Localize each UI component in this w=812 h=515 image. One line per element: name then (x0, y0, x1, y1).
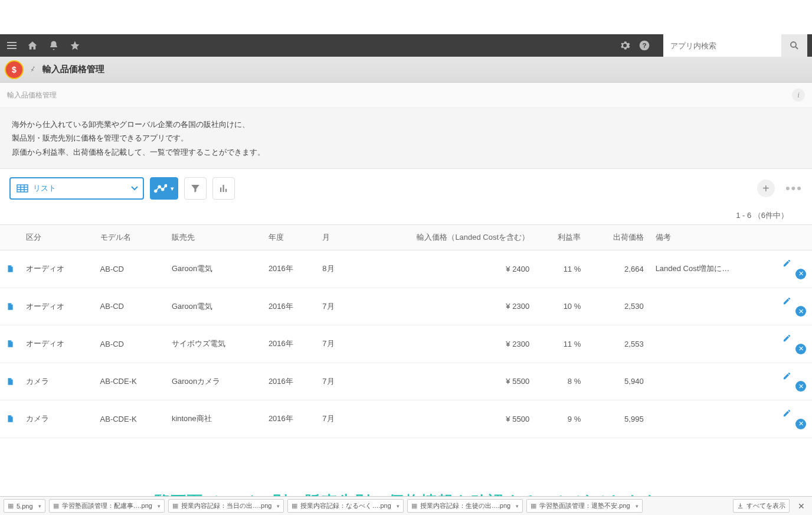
cell-month: 7月 (316, 288, 351, 325)
list-icon (17, 184, 28, 193)
cell-remarks (650, 325, 777, 363)
image-file-icon: ▦ (53, 502, 59, 510)
description-line: 海外から仕入れている卸売業やグローバル企業の各国の販社向けに、 (12, 118, 800, 131)
col-customer[interactable]: 販売先 (166, 225, 263, 250)
col-margin[interactable]: 利益率 (535, 225, 587, 250)
download-item[interactable]: ▦学習塾面談管理：配慮事….png▾ (49, 499, 165, 513)
app-description: 海外から仕入れている卸売業やグローバル企業の各国の販社向けに、 製品別・販売先別… (0, 108, 812, 169)
chevron-down-icon: ▾ (277, 503, 280, 509)
cell-model: AB-CDE-K (94, 363, 166, 400)
edit-icon[interactable] (782, 296, 806, 305)
cell-category: カメラ (20, 363, 94, 400)
table-row: カメラ AB-CDE-K Garoonカメラ 2016年 7月 ¥ 5500 8… (0, 363, 812, 400)
chevron-down-icon: ▾ (516, 503, 519, 509)
search-button[interactable] (781, 34, 807, 57)
view-selector[interactable]: リスト (9, 177, 144, 200)
download-icon (737, 503, 744, 509)
delete-icon[interactable]: ✕ (795, 381, 806, 392)
search-input[interactable] (663, 34, 781, 57)
col-import-price[interactable]: 輸入価格（Landed Costを含む） (352, 225, 535, 250)
chevron-down-icon: ▾ (636, 503, 639, 509)
download-filename: 授業内容記録：生徒の出….png (420, 501, 510, 510)
add-button[interactable]: + (757, 180, 775, 197)
svg-line-3 (795, 47, 798, 49)
cell-margin: 11 % (535, 250, 587, 288)
file-icon[interactable] (6, 414, 14, 423)
cell-ship-price: 5,940 (587, 363, 649, 400)
edit-icon[interactable] (782, 334, 806, 343)
pin-icon[interactable] (27, 63, 38, 76)
app-title: 輸入品価格管理 (42, 64, 104, 75)
file-icon[interactable] (6, 339, 14, 348)
app-header: $ 輸入品価格管理 (0, 57, 812, 83)
download-filename: 学習塾面談管理：退塾不安.png (539, 501, 630, 510)
cell-category: オーディオ (20, 325, 94, 363)
cell-category: オーディオ (20, 250, 94, 288)
cell-ship-price: 2,664 (587, 250, 649, 288)
filter-button[interactable] (184, 177, 207, 200)
cell-ship-price: 5,995 (587, 400, 649, 438)
file-icon[interactable] (6, 264, 14, 273)
cell-import-price: ¥ 2300 (352, 288, 535, 325)
col-ship-price[interactable]: 出荷価格 (587, 225, 649, 250)
chart-button[interactable] (212, 177, 235, 200)
cell-month: 7月 (316, 363, 351, 400)
graph-button[interactable]: ▾ (150, 177, 178, 200)
edit-icon[interactable] (782, 409, 806, 418)
more-button[interactable]: ••• (785, 181, 803, 196)
close-download-bar[interactable]: ✕ (794, 501, 808, 511)
cell-customer: サイボウズ電気 (166, 325, 263, 363)
download-filename: 授業内容記録：なるべく….png (300, 501, 391, 510)
col-model[interactable]: モデル名 (94, 225, 166, 250)
star-icon[interactable] (70, 40, 80, 51)
download-item[interactable]: ▦授業内容記録：当日の出….png▾ (168, 499, 284, 513)
cell-year: 2016年 (263, 250, 316, 288)
chevron-down-icon: ▾ (158, 503, 161, 509)
download-item[interactable]: ▦学習塾面談管理：退塾不安.png▾ (526, 499, 642, 513)
cell-import-price: ¥ 5500 (352, 400, 535, 438)
data-table: 区分 モデル名 販売先 年度 月 輸入価格（Landed Costを含む） 利益… (0, 224, 812, 438)
table-row: オーディオ AB-CD Garoon電気 2016年 7月 ¥ 2300 10 … (0, 288, 812, 325)
image-file-icon: ▦ (8, 502, 14, 510)
cell-remarks (650, 288, 777, 325)
col-remarks[interactable]: 備考 (650, 225, 777, 250)
sub-header: 輸入品価格管理 i (0, 83, 812, 108)
edit-icon[interactable] (782, 371, 806, 380)
toolbar: リスト ▾ + ••• (0, 169, 812, 206)
cell-ship-price: 2,553 (587, 325, 649, 363)
delete-icon[interactable]: ✕ (795, 419, 806, 429)
home-icon[interactable] (27, 40, 38, 51)
image-file-icon: ▦ (531, 502, 536, 510)
cell-remarks (650, 400, 777, 438)
file-icon[interactable] (6, 302, 14, 311)
file-icon[interactable] (6, 377, 14, 386)
download-item[interactable]: ▦授業内容記録：生徒の出….png▾ (407, 499, 523, 513)
cell-customer: Garoon電気 (166, 250, 263, 288)
col-month[interactable]: 月 (316, 225, 351, 250)
cell-year: 2016年 (263, 363, 316, 400)
show-all-downloads[interactable]: すべてを表示 (733, 499, 790, 513)
delete-icon[interactable]: ✕ (795, 306, 806, 317)
table-row: オーディオ AB-CD サイボウズ電気 2016年 7月 ¥ 2300 11 %… (0, 325, 812, 363)
delete-icon[interactable]: ✕ (795, 269, 806, 279)
download-item[interactable]: ▦5.png▾ (4, 499, 45, 513)
cell-customer: Garoon電気 (166, 288, 263, 325)
bell-icon[interactable] (48, 40, 59, 51)
table-row: オーディオ AB-CD Garoon電気 2016年 8月 ¥ 2400 11 … (0, 250, 812, 288)
chevron-down-icon (131, 186, 138, 191)
download-filename: 授業内容記録：当日の出….png (181, 501, 271, 510)
col-year[interactable]: 年度 (263, 225, 316, 250)
cell-customer: Garoonカメラ (166, 363, 263, 400)
edit-icon[interactable] (782, 259, 806, 268)
menu-icon[interactable] (7, 42, 17, 49)
cell-category: オーディオ (20, 288, 94, 325)
delete-icon[interactable]: ✕ (795, 344, 806, 354)
download-item[interactable]: ▦授業内容記録：なるべく….png▾ (287, 499, 403, 513)
image-file-icon: ▦ (172, 502, 178, 510)
gear-icon[interactable] (620, 40, 630, 51)
table-row: カメラ AB-CDE-K kintone商社 2016年 7月 ¥ 5500 9… (0, 400, 812, 438)
help-icon[interactable]: ? (639, 40, 650, 51)
image-file-icon: ▦ (411, 502, 417, 510)
info-icon[interactable]: i (792, 89, 805, 102)
col-category[interactable]: 区分 (20, 225, 94, 250)
